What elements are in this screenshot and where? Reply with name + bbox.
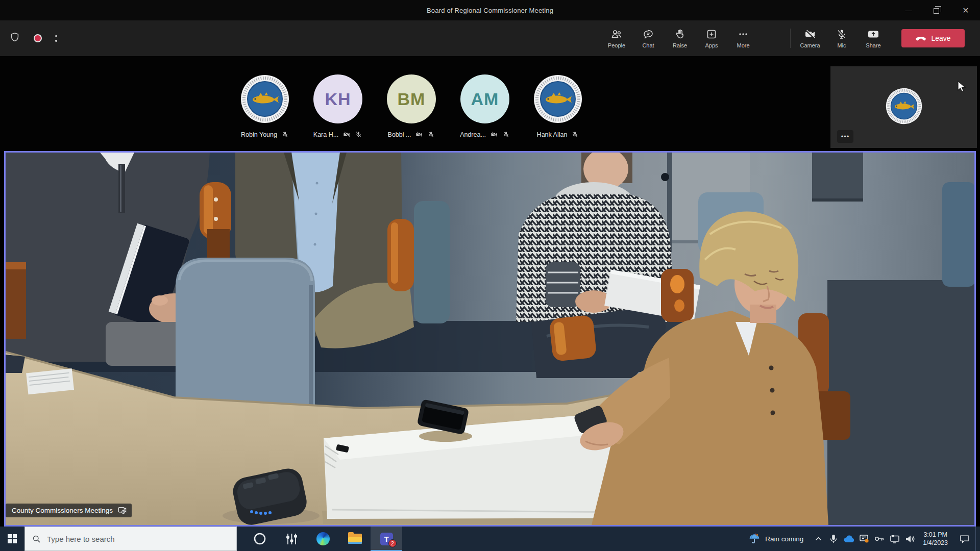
camera-off-icon [342, 131, 351, 138]
participant-tile[interactable]: Hank Allan [524, 74, 592, 138]
file-explorer-icon [348, 534, 362, 544]
system-tray: Rain coming [741, 527, 980, 551]
participant-name: Andrea... [460, 131, 486, 138]
participant-name: Kara H... [313, 131, 338, 138]
avatar-seal [240, 74, 289, 123]
participant-tile[interactable]: KH Kara H... [304, 74, 372, 138]
main-video-tile[interactable] [4, 151, 976, 527]
restore-icon [934, 8, 939, 14]
pin-icon [118, 507, 127, 514]
mic-off-icon [502, 131, 510, 138]
chat-icon [642, 28, 654, 40]
tray-volume-button[interactable] [902, 527, 918, 551]
taskbar-clock[interactable]: 3:01 PM 1/4/2023 [918, 531, 953, 547]
action-center-icon [959, 534, 970, 543]
overflow-icon[interactable] [55, 35, 57, 42]
participant-tile[interactable]: BM Bobbi ... [378, 74, 445, 138]
search-input[interactable] [47, 535, 215, 543]
clock-time: 3:01 PM [923, 531, 948, 539]
tray-mic-button[interactable] [826, 527, 841, 551]
task-view-button[interactable] [276, 527, 307, 551]
tray-network-button[interactable] [887, 527, 902, 551]
self-view-tile[interactable]: ••• [830, 66, 977, 148]
mic-off-icon [427, 131, 435, 138]
close-button[interactable]: ✕ [951, 0, 980, 20]
mouse-cursor [958, 81, 966, 95]
file-explorer-button[interactable] [339, 527, 371, 551]
video-source-label: County Commissioners Meetings [6, 504, 132, 517]
participant-name: Bobbi ... [388, 131, 411, 138]
chat-button[interactable]: Chat [632, 22, 664, 54]
tray-onedrive-button[interactable] [841, 527, 856, 551]
action-center-button[interactable] [953, 527, 975, 551]
windows-taskbar: T 2 Rain coming [0, 527, 980, 551]
mic-off-icon [836, 28, 848, 40]
camera-off-button[interactable]: Camera [794, 22, 826, 54]
mic-off-icon [571, 131, 579, 138]
meeting-room-video [6, 153, 974, 525]
avatar-initials: KH [313, 74, 362, 123]
share-button[interactable]: Share [857, 22, 889, 54]
toolbar-divider [790, 29, 791, 48]
shield-icon [9, 32, 20, 45]
participant-name: Robin Young [241, 131, 277, 138]
task-view-icon [285, 533, 298, 545]
tray-chevron-button[interactable] [811, 527, 826, 551]
recording-indicator [34, 34, 42, 42]
people-button[interactable]: People [601, 22, 632, 54]
restore-button[interactable] [923, 0, 951, 20]
teams-app-button[interactable]: T 2 [371, 527, 402, 551]
onedrive-cloud-icon [843, 535, 854, 543]
camera-off-icon [804, 28, 816, 40]
apps-icon [705, 28, 718, 40]
mic-off-icon [355, 131, 362, 138]
more-button[interactable]: More [727, 22, 759, 54]
windows-logo-icon [8, 534, 17, 543]
camera-off-icon [415, 131, 423, 138]
participant-tile[interactable]: AM Andrea... [451, 74, 519, 138]
hangup-icon [915, 35, 926, 41]
desktop: Board of Regional Commissioner Meeting —… [0, 0, 980, 551]
window-titlebar: Board of Regional Commissioner Meeting —… [0, 0, 980, 20]
show-desktop-strip[interactable] [975, 527, 980, 551]
taskbar-search[interactable] [24, 527, 237, 551]
camera-off-icon [490, 131, 498, 138]
mic-off-button[interactable]: Mic [826, 22, 857, 54]
video-source-name: County Commissioners Meetings [12, 507, 113, 514]
avatar-initials: BM [387, 74, 436, 123]
network-monitor-icon [890, 535, 900, 543]
teams-notification-badge: 2 [388, 539, 397, 547]
start-button[interactable] [0, 527, 24, 551]
edge-icon [316, 532, 330, 545]
raise-hand-icon [674, 28, 686, 40]
speaker-icon [905, 535, 915, 543]
share-icon [867, 28, 880, 40]
tray-screen-app-button[interactable] [856, 527, 872, 551]
leave-button[interactable]: Leave [901, 29, 965, 47]
mic-off-icon [281, 131, 289, 138]
meeting-toolbar: People Chat Raise Apps [0, 20, 980, 56]
participant-name: Hank Allan [537, 131, 568, 138]
minimize-button[interactable]: — [894, 0, 923, 20]
participant-tile[interactable]: Robin Young [231, 74, 299, 138]
cortana-icon [253, 532, 266, 545]
search-icon [32, 535, 41, 543]
raise-hand-button[interactable]: Raise [664, 22, 696, 54]
empty-chair [176, 258, 315, 410]
weather-widget[interactable]: Rain coming [741, 527, 811, 551]
people-icon [610, 28, 623, 40]
avatar-initials: AM [460, 74, 509, 123]
screen-app-icon [859, 534, 869, 543]
cortana-button[interactable] [244, 527, 276, 551]
chevron-up-icon [815, 535, 822, 543]
more-icon [737, 28, 749, 40]
self-view-more-button[interactable]: ••• [837, 130, 853, 143]
tray-key-button[interactable] [872, 527, 887, 551]
umbrella-icon [748, 533, 761, 545]
edge-button[interactable] [307, 527, 339, 551]
self-view-seal-avatar [886, 88, 922, 127]
weather-text: Rain coming [765, 535, 803, 543]
key-icon [874, 535, 885, 542]
apps-button[interactable]: Apps [696, 22, 727, 54]
avatar-seal [533, 74, 582, 123]
